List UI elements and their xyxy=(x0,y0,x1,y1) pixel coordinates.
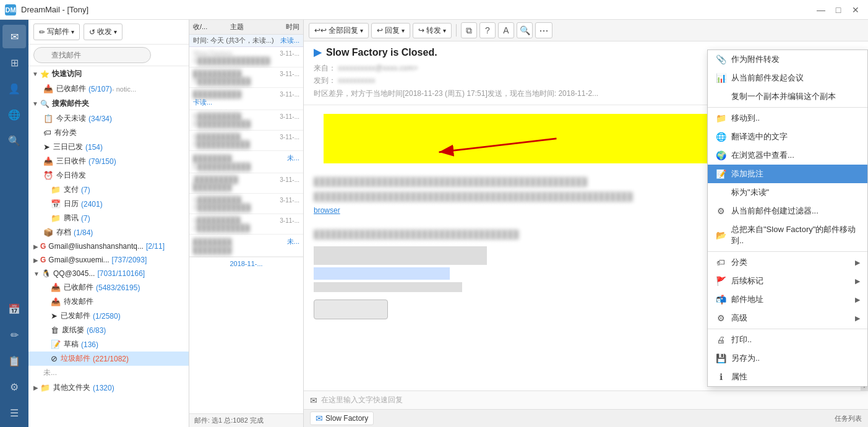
inbox-suffix: - notic... xyxy=(112,85,136,93)
sidebar-calendar-btn[interactable]: 📅 xyxy=(2,297,26,321)
gmail2-header[interactable]: ▶ G Gmail@suxuemi... [737/2093] xyxy=(28,253,189,267)
reply-button[interactable]: ↩ 回复 ▾ xyxy=(371,23,410,38)
toolbar-sep1 xyxy=(456,24,457,37)
browser-view-icon: 🌍 xyxy=(715,150,726,160)
more-menu-button[interactable]: ··· xyxy=(535,22,552,38)
date-group-more[interactable]: 未读... xyxy=(280,36,299,45)
font-icon-btn[interactable]: A xyxy=(498,22,514,38)
minimize-button[interactable]: — xyxy=(814,4,828,16)
sidebar-grid-btn[interactable]: ⊞ xyxy=(2,51,26,74)
qq-draft-count: (136) xyxy=(81,340,98,349)
zoom-icon-btn[interactable]: 🔍 xyxy=(517,22,533,38)
folder-qq-sent[interactable]: 📥 已收邮件 (5483/26195) xyxy=(28,280,189,295)
folder-archive[interactable]: 📦 存档 (1/84) xyxy=(28,225,189,239)
ctx-classify[interactable]: 🏷 分类 ▶ xyxy=(708,253,867,272)
list-item[interactable]: 9█████████ 3-11-... 9███████████ xyxy=(189,131,303,151)
list-item[interactable]: ██████████ 3-11-... S███████████ xyxy=(189,67,303,88)
close-button[interactable]: ✕ xyxy=(848,4,863,16)
email-row: 9█████████ 3-11-... xyxy=(193,133,299,140)
list-item[interactable]: S█████████ 3-11-... S███████████ xyxy=(189,194,303,214)
reply-all-icon: ↩↩ xyxy=(314,26,327,35)
copy-icon-btn[interactable]: ⧉ xyxy=(461,22,477,38)
folder-tencent[interactable]: 📁 腾讯 (7) xyxy=(28,211,189,225)
sidebar-edit-btn[interactable]: ✏ xyxy=(2,323,26,347)
list-item[interactable]: Slow Factory 3-11-... S███████████████ xyxy=(189,47,303,67)
list-item[interactable]: B█████████ 3-11-... B███████████ xyxy=(189,110,303,131)
qq-header[interactable]: ▼ 🐧 QQ@3045... [7031/110166] xyxy=(28,267,189,280)
email-subject: 9███████████ xyxy=(193,140,299,148)
sidebar-notes-btn[interactable]: 📋 xyxy=(2,349,26,373)
folder-three-day-recv[interactable]: 📥 三日收件 (79/150) xyxy=(28,154,189,168)
quick-access-header[interactable]: ▼ ⭐ 快速访问 xyxy=(28,66,189,82)
folder-qq-sent2[interactable]: ➤ 已发邮件 (1/2580) xyxy=(28,309,189,323)
ctx-advanced[interactable]: ⚙ 高级 ▶ xyxy=(708,309,867,327)
sidebar-settings-btn[interactable]: ⚙ xyxy=(2,375,26,399)
folder-qq-trash[interactable]: 🗑 废纸篓 (6/83) xyxy=(28,323,189,337)
sidebar-mail-btn[interactable]: ✉ xyxy=(2,25,26,48)
folder-pending[interactable]: ⏰ 今日待发 xyxy=(28,168,189,183)
folder-inbox[interactable]: 📥 已收邮件 (5/107) - notic... xyxy=(28,82,189,96)
help-icon-btn[interactable]: ? xyxy=(479,22,496,38)
move-all-icon: 📂 xyxy=(715,230,726,240)
search-folder-header[interactable]: ▼ 🔍 搜索邮件夹 xyxy=(28,96,189,111)
zhi-count: (7) xyxy=(81,186,90,194)
pending-icon: ⏰ xyxy=(43,171,53,180)
gmail1-header[interactable]: ▶ G Gmail@liushanshanshantq... [2/11] xyxy=(28,239,189,253)
ctx-save-as[interactable]: 💾 另存为.. xyxy=(708,349,867,368)
compose-icon: ✏ xyxy=(39,28,45,37)
compose-button[interactable]: ✏ 写邮件 ▾ xyxy=(33,24,80,40)
forward-button[interactable]: ↪ 转发 ▾ xyxy=(413,23,452,38)
folder-zhi[interactable]: 📁 支付 (7) xyxy=(28,183,189,197)
maximize-button[interactable]: □ xyxy=(831,4,846,16)
ctx-forward-attach[interactable]: 📎 作为附件转发 xyxy=(708,50,867,69)
reply-all-button[interactable]: ↩↩ 全部回复 ▾ xyxy=(309,23,369,38)
folder-three-day-sent[interactable]: ➤ 三日已发 (154) xyxy=(28,140,189,154)
email-from: 9█████████ xyxy=(193,133,240,140)
folder-today-unread[interactable]: 📋 今天未读 (34/34) xyxy=(28,111,189,126)
ctx-create-filter[interactable]: ⚙ 从当前邮件创建过滤器... xyxy=(708,202,867,220)
folder-qq-draft[interactable]: 📝 草稿 (136) xyxy=(28,337,189,352)
list-item[interactable]: ██████████ 3-11-... 卡读... xyxy=(189,88,303,110)
folder-ri[interactable]: 📅 日历 (2401) xyxy=(28,197,189,211)
ctx-browser-view[interactable]: 🌍 在浏览器中查看... xyxy=(708,146,867,165)
load-more[interactable]: 2018-11-... xyxy=(189,257,303,270)
quick-access-label: 快速访问 xyxy=(52,69,82,79)
sidebar-globe-btn[interactable]: 🌐 xyxy=(2,103,26,126)
list-item[interactable]: ████████ 未... E███████████ xyxy=(189,151,303,173)
list-item[interactable]: j█████████ 3-11-... ████████ xyxy=(189,173,303,194)
ctx-save-as-label: 另存为.. xyxy=(731,353,860,364)
email-from: ████████ xyxy=(193,238,231,246)
three-day-sent-count: (154) xyxy=(85,143,103,152)
advanced-arrow: ▶ xyxy=(855,314,860,322)
folder-qq-outbox[interactable]: 📤 待发邮件 xyxy=(28,295,189,309)
ctx-translate-label: 翻译选中的文字 xyxy=(731,131,860,142)
sidebar-contacts-btn[interactable]: 👤 xyxy=(2,77,26,100)
ctx-properties[interactable]: ℹ 属性 xyxy=(708,368,867,386)
ctx-print[interactable]: 🖨 打印.. xyxy=(708,330,867,349)
ctx-email-addr[interactable]: 📬 邮件地址 ▶ xyxy=(708,290,867,309)
ctx-meeting[interactable]: 📊 从当前邮件发起会议 xyxy=(708,69,867,87)
qq-trash-count: (6/83) xyxy=(87,326,106,335)
other-header[interactable]: ▶ 📁 其他文件夹 (1320) xyxy=(28,380,189,395)
receive-button[interactable]: ↺ 收发 ▾ xyxy=(84,24,122,40)
ctx-move-all[interactable]: 📂 总把来自"Slow Factory"的邮件移动到.. xyxy=(708,220,867,250)
ctx-move[interactable]: 📁 移动到.. xyxy=(708,109,867,127)
ctx-follow[interactable]: 🚩 后续标记 ▶ xyxy=(708,272,867,290)
timezone-text: 时区差异，对方于当地时间[2018-11-23 (周五) 17:51]发送，现在… xyxy=(314,89,598,98)
ctx-copy-edit[interactable]: 复制一个副本并编辑这个副本 xyxy=(708,87,867,106)
email-from: B█████████ xyxy=(193,113,241,120)
reply-all-arrow: ▾ xyxy=(360,27,363,34)
sidebar-menu-btn[interactable]: ☰ xyxy=(2,401,26,425)
folder-qq-spam[interactable]: ⊘ 垃圾邮件 (221/1082) xyxy=(28,352,189,366)
folder-more-indicator[interactable]: 未... xyxy=(28,366,189,380)
ctx-translate[interactable]: 🌐 翻译选中的文字 xyxy=(708,127,867,146)
list-item[interactable]: ████████ 未... ████████ xyxy=(189,235,303,257)
list-item[interactable]: n█████████ 3-11-... n███████████ xyxy=(189,214,303,235)
ctx-mark-unread[interactable]: 标为"未读" xyxy=(708,183,867,202)
ctx-add-note[interactable]: 📝 添加批注 xyxy=(708,165,867,183)
sidebar-search-btn[interactable]: 🔍 xyxy=(2,129,26,152)
col-time: 时间 xyxy=(267,22,299,32)
folder-search-input[interactable] xyxy=(33,47,151,63)
folder-classified[interactable]: 🏷 有分类 xyxy=(28,126,189,140)
forward-attach-icon: 📎 xyxy=(715,54,726,64)
